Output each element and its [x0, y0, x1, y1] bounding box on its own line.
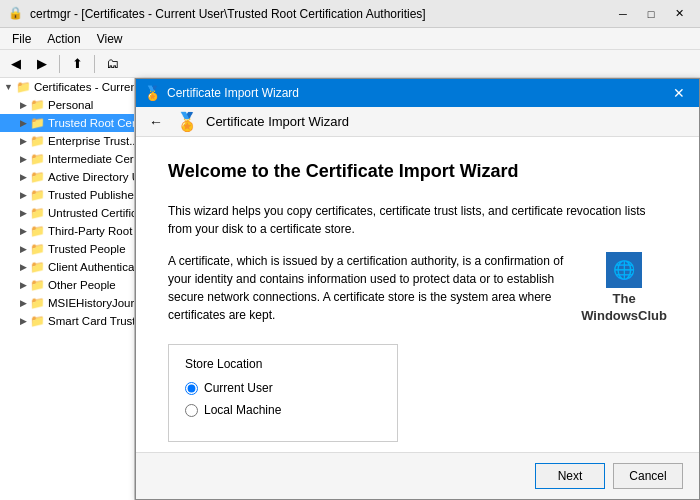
- title-bar: 🔒 certmgr - [Certificates - Current User…: [0, 0, 700, 28]
- cancel-button[interactable]: Cancel: [613, 463, 683, 489]
- toolbar-up[interactable]: ⬆: [65, 53, 89, 75]
- folder-icon-client-auth: 📁: [30, 260, 45, 274]
- tree-arrow-publishers: ▶: [20, 190, 27, 200]
- tree-arrow-thirdparty: ▶: [20, 226, 27, 236]
- app-icon: 🔒: [8, 6, 24, 22]
- sidebar-label-other-people: Other People: [48, 279, 116, 291]
- sidebar-item-other-people[interactable]: ▶ 📁 Other People: [0, 276, 134, 294]
- main-container: ▼ 📁 Certificates - Curren... ▶ 📁 Persona…: [0, 78, 700, 500]
- title-bar-text: certmgr - [Certificates - Current User\T…: [30, 7, 426, 21]
- toolbar: ◀ ▶ ⬆ 🗂: [0, 50, 700, 78]
- tree-arrow-activedir: ▶: [20, 172, 27, 182]
- tree-arrow-root: ▼: [4, 82, 13, 92]
- radio-current-user-input[interactable]: [185, 382, 198, 395]
- title-bar-left: 🔒 certmgr - [Certificates - Current User…: [8, 6, 426, 22]
- sidebar-item-personal[interactable]: ▶ 📁 Personal: [0, 96, 134, 114]
- sidebar-label-activedir: Active Directory U...: [48, 171, 134, 183]
- minimize-button[interactable]: ─: [610, 4, 636, 24]
- dialog-nav-title: Certificate Import Wizard: [206, 114, 349, 129]
- toolbar-show-hide[interactable]: 🗂: [100, 53, 124, 75]
- folder-icon-other-people: 📁: [30, 278, 45, 292]
- sidebar-item-enterprise[interactable]: ▶ 📁 Enterprise Trust...: [0, 132, 134, 150]
- folder-icon-publishers: 📁: [30, 188, 45, 202]
- tree-arrow-trusted: ▶: [20, 118, 27, 128]
- sidebar-label-publishers: Trusted Publishers: [48, 189, 134, 201]
- store-location-legend: Store Location: [185, 357, 381, 371]
- dialog-title-text: Certificate Import Wizard: [167, 86, 299, 100]
- radio-local-machine[interactable]: Local Machine: [185, 403, 381, 417]
- tree-arrow-smartcard: ▶: [20, 316, 27, 326]
- dialog-footer: Next Cancel: [136, 452, 699, 499]
- dialog-titlebar: 🏅 Certificate Import Wizard ✕: [136, 79, 699, 107]
- folder-icon-trusted: 📁: [30, 116, 45, 130]
- toolbar-separator2: [94, 55, 95, 73]
- sidebar-item-trusted-root[interactable]: ▶ 📁 Trusted Root Certi...: [0, 114, 134, 132]
- sidebar-item-thirdparty[interactable]: ▶ 📁 Third-Party Root C...: [0, 222, 134, 240]
- tree-arrow-client-auth: ▶: [20, 262, 27, 272]
- title-bar-controls: ─ □ ✕: [610, 4, 692, 24]
- radio-local-machine-label: Local Machine: [204, 403, 281, 417]
- close-button[interactable]: ✕: [666, 4, 692, 24]
- sidebar-label-trusted-people: Trusted People: [48, 243, 126, 255]
- menu-view[interactable]: View: [89, 30, 131, 48]
- folder-icon-personal: 📁: [30, 98, 45, 112]
- sidebar-item-msie[interactable]: ▶ 📁 MSIEHistoryJourn...: [0, 294, 134, 312]
- menu-bar: File Action View: [0, 28, 700, 50]
- sidebar-item-smartcard[interactable]: ▶ 📁 Smart Card Truste...: [0, 312, 134, 330]
- sidebar-item-trusted-people[interactable]: ▶ 📁 Trusted People: [0, 240, 134, 258]
- dialog-body: Welcome to the Certificate Import Wizard…: [136, 137, 699, 452]
- dialog-nav-cert-icon: 🏅: [176, 111, 198, 133]
- sidebar-label-thirdparty: Third-Party Root C...: [48, 225, 134, 237]
- maximize-button[interactable]: □: [638, 4, 664, 24]
- radio-current-user-label: Current User: [204, 381, 273, 395]
- sidebar-label-msie: MSIEHistoryJourn...: [48, 297, 134, 309]
- toolbar-back[interactable]: ◀: [4, 53, 28, 75]
- menu-action[interactable]: Action: [39, 30, 88, 48]
- sidebar-label-untrusted: Untrusted Certific...: [48, 207, 134, 219]
- wizard-desc1: This wizard helps you copy certificates,…: [168, 202, 667, 238]
- sidebar-label-trusted: Trusted Root Certi...: [48, 117, 134, 129]
- wizard-title: Welcome to the Certificate Import Wizard: [168, 161, 667, 182]
- tree-arrow-trusted-people: ▶: [20, 244, 27, 254]
- menu-file[interactable]: File: [4, 30, 39, 48]
- dialog-titlebar-left: 🏅 Certificate Import Wizard: [144, 85, 299, 101]
- folder-icon-smartcard: 📁: [30, 314, 45, 328]
- sidebar-item-client-auth[interactable]: ▶ 📁 Client Authentica...: [0, 258, 134, 276]
- folder-icon-activedir: 📁: [30, 170, 45, 184]
- sidebar-item-activedir[interactable]: ▶ 📁 Active Directory U...: [0, 168, 134, 186]
- tree-arrow-untrusted: ▶: [20, 208, 27, 218]
- sidebar-item-publishers[interactable]: ▶ 📁 Trusted Publishers: [0, 186, 134, 204]
- store-location-group: Store Location Current User Local Machin…: [168, 344, 398, 442]
- toolbar-separator: [59, 55, 60, 73]
- sidebar-item-untrusted[interactable]: ▶ 📁 Untrusted Certific...: [0, 204, 134, 222]
- dialog-close-button[interactable]: ✕: [667, 83, 691, 103]
- sidebar-root[interactable]: ▼ 📁 Certificates - Curren...: [0, 78, 134, 96]
- tree-arrow-msie: ▶: [20, 298, 27, 308]
- folder-icon-thirdparty: 📁: [30, 224, 45, 238]
- dialog-back-button[interactable]: ←: [144, 111, 168, 133]
- wizard-desc2: A certificate, which is issued by a cert…: [168, 252, 667, 324]
- folder-icon-msie: 📁: [30, 296, 45, 310]
- certificate-import-dialog: 🏅 Certificate Import Wizard ✕ ← 🏅 Certif…: [135, 78, 700, 500]
- radio-current-user[interactable]: Current User: [185, 381, 381, 395]
- sidebar-label-enterprise: Enterprise Trust...: [48, 135, 134, 147]
- tree-arrow-intermediate: ▶: [20, 154, 27, 164]
- folder-icon-intermediate: 📁: [30, 152, 45, 166]
- next-button[interactable]: Next: [535, 463, 605, 489]
- sidebar: ▼ 📁 Certificates - Curren... ▶ 📁 Persona…: [0, 78, 135, 500]
- toolbar-forward[interactable]: ▶: [30, 53, 54, 75]
- sidebar-label-personal: Personal: [48, 99, 93, 111]
- sidebar-root-label: Certificates - Curren...: [34, 81, 134, 93]
- sidebar-item-intermediate[interactable]: ▶ 📁 Intermediate Cert...: [0, 150, 134, 168]
- radio-local-machine-input[interactable]: [185, 404, 198, 417]
- tree-arrow-personal: ▶: [20, 100, 27, 110]
- sidebar-label-intermediate: Intermediate Cert...: [48, 153, 134, 165]
- tree-arrow-other-people: ▶: [20, 280, 27, 290]
- right-panel: 🏅 Certificate Import Wizard ✕ ← 🏅 Certif…: [135, 78, 700, 500]
- folder-icon-root: 📁: [16, 80, 31, 94]
- tree-arrow-enterprise: ▶: [20, 136, 27, 146]
- dialog-nav: ← 🏅 Certificate Import Wizard: [136, 107, 699, 137]
- folder-icon-enterprise: 📁: [30, 134, 45, 148]
- sidebar-label-client-auth: Client Authentica...: [48, 261, 134, 273]
- folder-icon-trusted-people: 📁: [30, 242, 45, 256]
